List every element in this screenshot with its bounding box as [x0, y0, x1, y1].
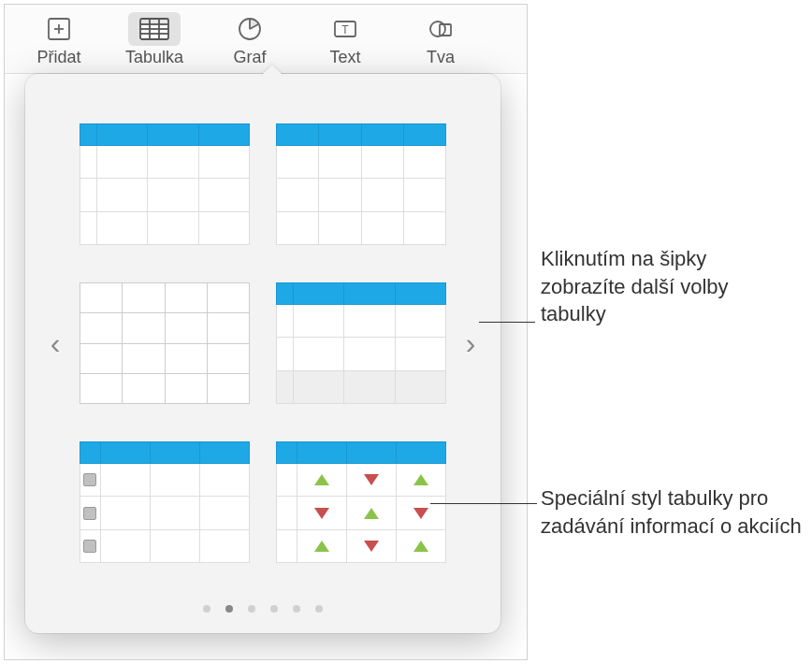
app-window: Přidat Tabulka [4, 4, 528, 660]
table-style-checkbox[interactable] [80, 441, 250, 563]
page-dot-2[interactable] [248, 605, 255, 613]
shapes-icon [414, 12, 467, 46]
nav-right-arrow[interactable]: › [457, 325, 484, 362]
triangle-up-icon [314, 474, 329, 485]
svg-text:T: T [341, 23, 349, 36]
page-dot-0[interactable] [203, 605, 210, 613]
page-dot-3[interactable] [270, 605, 278, 613]
table-icon [128, 12, 181, 46]
triangle-down-icon [314, 508, 329, 519]
page-dot-1[interactable] [225, 605, 233, 613]
page-dot-5[interactable] [315, 605, 323, 613]
toolbar: Přidat Tabulka [5, 5, 527, 74]
triangle-down-icon [413, 508, 428, 519]
toolbar-shapes[interactable]: Tva [394, 8, 487, 71]
callout-line-stock [430, 503, 537, 504]
toolbar-add[interactable]: Přidat [12, 8, 106, 71]
triangle-up-icon [413, 474, 428, 485]
table-style-header-footer[interactable] [276, 282, 446, 404]
triangle-up-icon [314, 541, 329, 552]
plus-page-icon [33, 12, 85, 46]
callout-arrow-text: Kliknutím na šipky zobrazíte další volby… [541, 245, 795, 328]
callout-line-arrow [479, 322, 535, 323]
table-style-header-plain[interactable] [80, 123, 250, 245]
page-dot-4[interactable] [293, 605, 300, 613]
checkbox-icon [83, 540, 96, 553]
checkbox-icon [83, 507, 96, 520]
toolbar-add-label: Přidat [36, 48, 80, 67]
text-box-icon: T [319, 12, 371, 46]
toolbar-chart[interactable]: Graf [203, 8, 297, 71]
table-style-stock[interactable] [276, 441, 446, 563]
triangle-down-icon [364, 541, 379, 552]
triangle-up-icon [364, 508, 379, 519]
triangle-down-icon [364, 474, 379, 485]
styles-grid [80, 123, 446, 563]
toolbar-text[interactable]: T Text [298, 8, 392, 71]
table-style-header-simple[interactable] [276, 123, 446, 245]
styles-carousel: ‹ [42, 100, 484, 586]
toolbar-text-label: Text [329, 48, 360, 67]
toolbar-shapes-label: Tva [427, 48, 455, 67]
toolbar-table-label: Tabulka [125, 48, 183, 67]
checkbox-icon [83, 473, 96, 486]
nav-left-arrow[interactable]: ‹ [42, 325, 68, 362]
toolbar-table[interactable]: Tabulka [108, 8, 201, 71]
table-style-no-header[interactable] [80, 282, 250, 404]
table-styles-popover: ‹ [25, 74, 500, 633]
triangle-up-icon [413, 541, 428, 552]
callout-stock-text: Speciální styl tabulky pro zadávání info… [541, 484, 808, 540]
pie-chart-icon [224, 12, 276, 46]
page-indicator [42, 605, 484, 613]
